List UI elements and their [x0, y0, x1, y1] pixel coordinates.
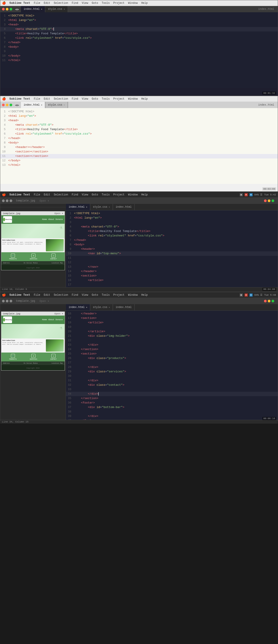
- tl-grey-3a[interactable]: [2, 200, 5, 202]
- menu-window-1[interactable]: Window: [128, 2, 138, 5]
- menu-tools-4[interactable]: Tools: [102, 294, 110, 296]
- tp-open-3[interactable]: Open ▾: [54, 212, 63, 215]
- tab-close-4[interactable]: ●: [86, 306, 87, 309]
- tab-label-4b: index.html: [116, 306, 132, 309]
- open-btn-3[interactable]: Open ▾: [40, 199, 49, 202]
- menu-edit-1[interactable]: Edit: [44, 2, 50, 5]
- tl-grey-4b[interactable]: [6, 300, 8, 302]
- menu-view-2[interactable]: View: [82, 98, 88, 100]
- menu-help-3[interactable]: Help: [141, 193, 148, 196]
- tab-close-css-3[interactable]: ✕: [109, 206, 110, 208]
- menu-goto-3[interactable]: Goto: [92, 193, 98, 196]
- menu-goto-1[interactable]: Goto: [92, 2, 98, 5]
- p4-line-34[interactable]: 34 </div>: [66, 392, 278, 396]
- menu-project-4[interactable]: Project: [114, 294, 124, 296]
- menu-project-3[interactable]: Project: [114, 193, 124, 196]
- tl-green-1[interactable]: [10, 8, 12, 10]
- code-line-1-4[interactable]: 4 <meta charset="UTF-8">: [0, 27, 278, 32]
- menu-window-3[interactable]: Window: [128, 193, 138, 196]
- menu-edit-2[interactable]: Edit: [44, 98, 50, 100]
- menu-file-3[interactable]: File: [34, 193, 40, 196]
- menu-tools-2[interactable]: Tools: [102, 98, 110, 100]
- menu-file-4[interactable]: File: [34, 294, 40, 296]
- tab-index-html-1[interactable]: index.html ●: [21, 6, 45, 12]
- tl-green-3[interactable]: [272, 200, 274, 202]
- p4-line-21: 21 <div class="img-holder">: [66, 334, 278, 338]
- menu-time-4: Tue 5:48: [264, 294, 276, 296]
- tab-index-html-4b[interactable]: index.html: [113, 304, 134, 310]
- nav-forward-1[interactable]: ▶: [17, 7, 19, 11]
- menu-help-4[interactable]: Help: [141, 294, 148, 296]
- tl-red-1[interactable]: [2, 8, 5, 10]
- tl-yellow-3[interactable]: [268, 200, 270, 202]
- menu-view-4[interactable]: View: [82, 294, 88, 296]
- tl-grey-4a[interactable]: [2, 300, 5, 302]
- tab-style-css-2[interactable]: style.css ✕: [45, 102, 68, 108]
- menu-selection-4[interactable]: Selection: [54, 294, 68, 296]
- p3-line-10[interactable]: 10 <nav id="top-menu">: [66, 251, 278, 256]
- menu-selection-3[interactable]: Selection: [54, 193, 68, 196]
- menu-selection-1[interactable]: Selection: [54, 2, 68, 5]
- nav-forward-2[interactable]: ▶: [17, 103, 19, 107]
- p4-line-17: 17 <section>: [66, 316, 278, 320]
- menu-find-2[interactable]: Find: [72, 98, 78, 100]
- tab-style-css-3[interactable]: style.css ✕: [90, 204, 113, 210]
- tab-close-2[interactable]: ●: [41, 104, 42, 106]
- tab-close-css-1[interactable]: ✕: [64, 8, 65, 10]
- tl-yellow-2[interactable]: [6, 104, 8, 106]
- menu-goto-2[interactable]: Goto: [92, 98, 98, 100]
- tl-red-2[interactable]: [2, 104, 5, 106]
- tab-close-css-4[interactable]: ✕: [109, 306, 110, 309]
- tab-index-html-3[interactable]: index.html ●: [66, 204, 90, 210]
- menu-help-1[interactable]: Help: [141, 2, 148, 5]
- menu-view-3[interactable]: View: [82, 193, 88, 196]
- tl-grey-3b[interactable]: [6, 200, 8, 202]
- tl-yellow-1[interactable]: [6, 8, 8, 10]
- tl-grey-4c[interactable]: [10, 300, 12, 302]
- tp-label-services: SERVICES: [30, 258, 37, 260]
- tab-close-css-2[interactable]: ✕: [64, 104, 65, 106]
- nav-back-2[interactable]: ◀: [15, 103, 17, 107]
- tp-open-4[interactable]: Open ▾: [54, 312, 63, 315]
- p4-line-18: 18 <article>: [66, 320, 278, 325]
- tab-index-html-3b[interactable]: index.html: [113, 204, 134, 210]
- tab-index-html-2[interactable]: index.html ●: [21, 102, 45, 108]
- menu-window-2[interactable]: Window: [128, 98, 138, 100]
- menu-find-4[interactable]: Find: [72, 294, 78, 296]
- menu-find-3[interactable]: Find: [72, 193, 78, 196]
- timestamp-4: 00:06:16: [262, 417, 276, 420]
- menu-edit-4[interactable]: Edit: [44, 294, 50, 296]
- code-line-2-2: 2 <html lang="en">: [0, 114, 278, 118]
- icon-sq-4a: ▦: [240, 294, 243, 296]
- tab-close-3[interactable]: ●: [86, 206, 87, 208]
- menu-window-4[interactable]: Window: [128, 294, 138, 296]
- tl-green-4[interactable]: [272, 300, 274, 302]
- tl-yellow-4[interactable]: [268, 300, 270, 302]
- tl-red-3[interactable]: [264, 200, 267, 202]
- menu-find-1[interactable]: Find: [72, 2, 78, 5]
- menu-file-1[interactable]: File: [34, 2, 40, 5]
- tl-grey-3c[interactable]: [10, 200, 12, 202]
- tl-red-4[interactable]: [264, 300, 267, 302]
- tab-style-css-4[interactable]: style.css ✕: [90, 304, 113, 310]
- nav-back-1[interactable]: ◀: [15, 7, 17, 11]
- code-line-1-5: 5 <title>Healthy Food Template</title>: [0, 32, 278, 36]
- menu-selection-2[interactable]: Selection: [54, 98, 68, 100]
- tab-close-1[interactable]: ●: [41, 8, 42, 10]
- tab-index-html-4[interactable]: index.html ●: [66, 304, 90, 310]
- menu-project-2[interactable]: Project: [114, 98, 124, 100]
- menu-goto-4[interactable]: Goto: [92, 294, 98, 296]
- tp-service-contact: ✉ CONTACT: [50, 254, 56, 260]
- tp-copyright-text: Copyright 2019: [26, 267, 40, 269]
- menu-help-2[interactable]: Help: [141, 98, 148, 100]
- menu-project-1[interactable]: Project: [114, 2, 124, 5]
- open-btn-4[interactable]: Open ▾: [40, 300, 49, 303]
- menu-view-1[interactable]: View: [82, 2, 88, 5]
- tab-style-css-1[interactable]: style.css ✕: [45, 6, 68, 12]
- menu-file-2[interactable]: File: [34, 98, 40, 100]
- tp-nav-donate-4: Donate: [56, 319, 63, 321]
- tl-green-2[interactable]: [10, 104, 12, 106]
- menu-tools-1[interactable]: Tools: [102, 2, 110, 5]
- menu-edit-3[interactable]: Edit: [44, 193, 50, 196]
- menu-tools-3[interactable]: Tools: [102, 193, 110, 196]
